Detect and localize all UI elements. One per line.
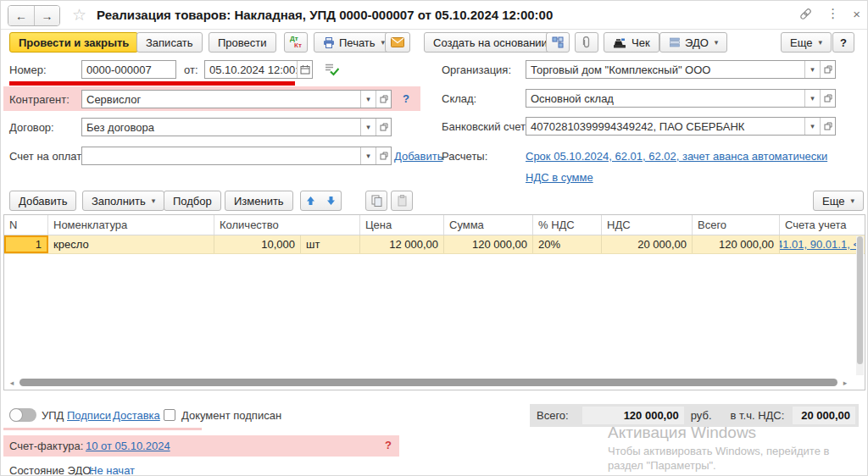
pick-button[interactable]: Подбор	[164, 191, 221, 211]
signatures-link[interactable]: Подписи	[67, 409, 111, 422]
contract-label: Договор:	[9, 121, 54, 134]
cell-quantity[interactable]: 10,000	[214, 235, 301, 253]
scroll-left-icon[interactable]: ◂	[6, 379, 18, 387]
column-header-vat-rate[interactable]: % НДС	[533, 215, 602, 235]
toolbar-more-button[interactable]: Еще▾	[781, 32, 832, 53]
chevron-down-icon[interactable]: ▾	[804, 61, 820, 78]
close-icon[interactable]: ×	[853, 7, 860, 21]
cell-total[interactable]: 120 000,00	[693, 235, 780, 253]
post-button[interactable]: Провести	[209, 32, 276, 53]
open-icon[interactable]	[376, 147, 391, 164]
print-button[interactable]: Печать▾	[314, 32, 394, 53]
open-icon[interactable]	[820, 90, 835, 107]
open-icon[interactable]	[820, 118, 835, 135]
attachments-button[interactable]	[575, 32, 598, 53]
chevron-down-icon[interactable]: ▾	[360, 119, 376, 136]
cell-unit[interactable]: шт	[301, 235, 360, 253]
column-header-price[interactable]: Цена	[360, 215, 444, 235]
dtkt-postings-button[interactable]: ДтКт	[284, 32, 308, 53]
forward-button[interactable]: →	[34, 6, 59, 25]
edit-row-button[interactable]: Изменить	[225, 191, 293, 211]
toggle-knob	[9, 408, 23, 422]
scroll-right-icon[interactable]: ▸	[839, 379, 851, 387]
counterparty-input[interactable]: Сервислог ▾	[81, 90, 392, 108]
titlebar: ← → ☆ Реализация товаров: Накладная, УПД…	[1, 1, 867, 30]
add-payment-invoice-link[interactable]: Добавить	[394, 150, 442, 163]
printer-icon	[323, 37, 335, 48]
number-label: Номер:	[9, 64, 47, 76]
invoice-help-icon[interactable]: ?	[385, 439, 392, 451]
cell-price[interactable]: 12 000,00	[360, 235, 444, 253]
column-header-total[interactable]: Всего	[693, 215, 780, 235]
edo-button[interactable]: ЭДО▾	[659, 32, 727, 53]
email-button[interactable]	[385, 32, 410, 53]
invoice-link[interactable]: 10 от 05.10.2024	[86, 440, 170, 452]
write-button[interactable]: Записать	[136, 32, 203, 53]
vertical-scrollbar[interactable]	[856, 236, 864, 375]
fill-button[interactable]: Заполнить▾	[82, 191, 164, 211]
back-button[interactable]: ←	[8, 6, 34, 25]
column-header-quantity[interactable]: Количество	[214, 215, 360, 235]
open-icon[interactable]	[820, 61, 835, 78]
vat-mode-link[interactable]: НДС в сумме	[526, 171, 593, 184]
document-signed-label: Документ подписан	[181, 409, 281, 422]
help-button[interactable]: ?	[832, 32, 854, 53]
horizontal-scrollbar[interactable]: ◂ ▸	[6, 377, 851, 388]
receipt-button[interactable]: Чек	[604, 32, 659, 53]
organization-input[interactable]: Торговый дом "Комплексный" ООО ▾	[526, 60, 836, 79]
edo-state-link[interactable]: Не начат	[89, 464, 135, 476]
payment-invoice-input[interactable]: ▾	[81, 147, 392, 165]
accounts-link[interactable]: 41.01, 90.01.1, <	[780, 238, 860, 251]
cell-amount[interactable]: 120 000,00	[444, 235, 533, 253]
column-header-n[interactable]: N	[4, 215, 48, 235]
row-add-button[interactable]: Добавить	[9, 191, 76, 211]
open-icon[interactable]	[376, 119, 391, 136]
chevron-down-icon[interactable]: ▾	[360, 147, 376, 164]
related-documents-button[interactable]	[546, 32, 570, 53]
contract-input[interactable]: Без договора ▾	[81, 118, 392, 136]
number-input[interactable]: 0000-000007	[81, 60, 176, 79]
post-document-icon[interactable]	[324, 62, 339, 76]
kebab-menu-icon[interactable]: ⋮	[826, 6, 839, 21]
horizontal-scroll-thumb[interactable]	[19, 379, 837, 386]
chevron-down-icon[interactable]: ▾	[804, 118, 820, 135]
paste-rows-button[interactable]	[391, 191, 413, 211]
copy-rows-button[interactable]	[365, 191, 387, 211]
date-input[interactable]: 05.10.2024 12:00:00	[204, 60, 313, 79]
cash-register-icon	[613, 37, 627, 48]
delivery-link[interactable]: Доставка	[113, 409, 160, 422]
open-icon[interactable]	[376, 91, 391, 108]
move-down-button[interactable]	[320, 191, 342, 211]
chevron-down-icon[interactable]: ▾	[360, 91, 376, 108]
vertical-scroll-thumb[interactable]	[857, 236, 863, 364]
table-row[interactable]: 1 кресло 10,000 шт 12 000,00 120 000,00 …	[4, 235, 865, 254]
bank-account-label: Банковский счет:	[442, 120, 529, 133]
calendar-icon[interactable]	[297, 61, 312, 78]
chevron-down-icon: ▾	[818, 38, 822, 47]
chevron-down-icon[interactable]: ▾	[804, 90, 820, 107]
post-and-close-button[interactable]: Провести и закрыть	[9, 32, 138, 53]
main-toolbar: Провести и закрыть Записать Провести ДтК…	[1, 30, 867, 56]
column-header-amount[interactable]: Сумма	[444, 215, 533, 235]
counterparty-help-icon[interactable]: ?	[403, 92, 409, 105]
cell-vat-amount[interactable]: 20 000,00	[602, 235, 693, 253]
upd-toggle[interactable]	[9, 408, 36, 422]
column-header-nomenclature[interactable]: Номенклатура	[48, 215, 214, 235]
column-header-accounts[interactable]: Счета учета	[780, 215, 865, 235]
chevron-down-icon: ▾	[715, 38, 719, 47]
move-up-button[interactable]	[300, 191, 321, 211]
link-icon[interactable]	[798, 7, 813, 21]
cell-nomenclature[interactable]: кресло	[48, 235, 214, 253]
bank-account-input[interactable]: 40702810399994349242, ПАО СБЕРБАНК ▾	[526, 117, 836, 136]
total-label: Всего:	[537, 409, 569, 422]
settlements-link[interactable]: Срок 05.10.2024, 62.01, 62.02, зачет ава…	[526, 150, 827, 163]
cell-row-number[interactable]: 1	[4, 235, 48, 253]
favorite-star-icon[interactable]: ☆	[72, 5, 86, 25]
warehouse-input[interactable]: Основной склад ▾	[526, 89, 836, 108]
cell-vat-rate[interactable]: 20%	[533, 235, 602, 253]
column-header-vat[interactable]: НДС	[602, 215, 693, 235]
table-more-button[interactable]: Еще▾	[813, 191, 864, 211]
chevron-down-icon: ▾	[152, 196, 156, 205]
document-signed-checkbox[interactable]	[164, 409, 175, 421]
invoice-row: Счет-фактура: 10 от 05.10.2024 ?	[3, 435, 399, 457]
